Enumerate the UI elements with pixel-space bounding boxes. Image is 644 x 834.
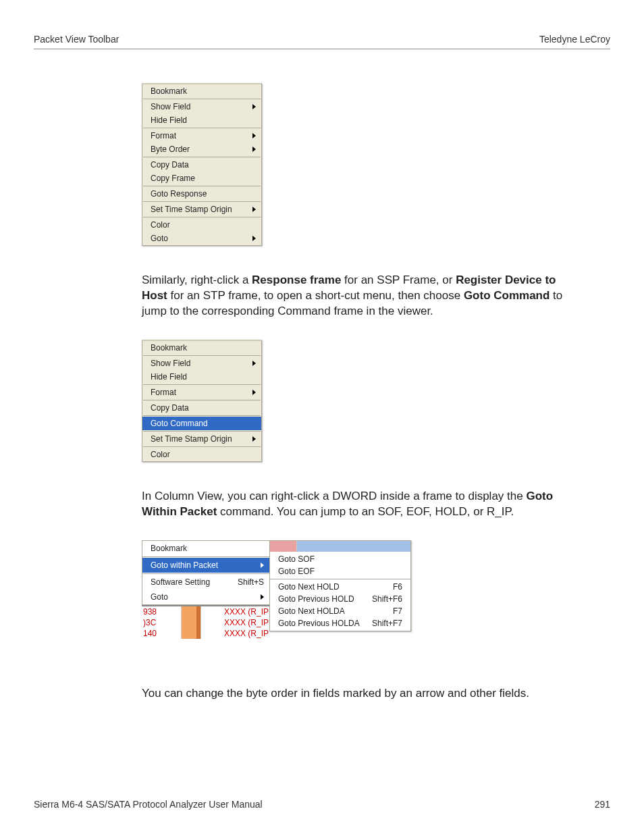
submenu-arrow-icon <box>261 594 264 600</box>
menu-separator <box>142 573 269 574</box>
menu-item-hide-field[interactable]: Hide Field <box>142 113 261 127</box>
data-row: 938XXXX (R_IP <box>142 606 270 617</box>
header-right: Teledyne LeCroy <box>539 34 610 45</box>
page-header: Packet View Toolbar Teledyne LeCroy <box>34 34 610 49</box>
data-cell-bar <box>181 628 201 639</box>
paragraph-3: You can change the byte order in fields … <box>142 686 583 702</box>
menu-item-set-timestamp[interactable]: Set Time Stamp Origin <box>142 203 261 216</box>
menu-separator <box>143 355 261 356</box>
menu-separator <box>270 579 410 579</box>
menu-separator <box>143 99 261 99</box>
submenu-arrow-icon <box>252 133 256 138</box>
menu-item-format[interactable]: Format <box>142 386 261 399</box>
submenu-arrow-icon <box>252 361 256 366</box>
context-menu-2: Bookmark Show Field Hide Field Format Co… <box>142 340 262 462</box>
menu-item-color[interactable]: Color <box>142 448 261 461</box>
menu-item-goto-response[interactable]: Goto Response <box>142 187 261 201</box>
submenu-arrow-icon <box>261 563 264 568</box>
submenu-item-prev-holda[interactable]: Goto Previous HOLDAShift+F7 <box>270 617 410 629</box>
menu-item-format[interactable]: Format <box>142 129 261 142</box>
menu-item-bookmark[interactable]: Bookmark <box>142 341 261 355</box>
footer-page-number: 291 <box>595 799 610 810</box>
menu-separator <box>143 415 261 416</box>
submenu-item-goto-eof[interactable]: Goto EOF <box>270 565 410 577</box>
shortcut-label: Shift+F7 <box>372 619 402 628</box>
data-cell-bar <box>181 617 201 628</box>
header-left: Packet View Toolbar <box>34 34 119 45</box>
data-cell-bar <box>181 606 201 617</box>
submenu-arrow-icon <box>252 207 256 212</box>
submenu-arrow-icon <box>252 104 256 109</box>
shortcut-label: F6 <box>393 582 402 592</box>
page-footer: Sierra M6-4 SAS/SATA Protocol Analyzer U… <box>34 799 610 810</box>
menu-item-copy-data[interactable]: Copy Data <box>142 158 261 172</box>
submenu-item-prev-hold[interactable]: Goto Previous HOLDShift+F6 <box>270 593 410 605</box>
menu-separator <box>143 201 261 202</box>
submenu-item-goto-sof[interactable]: Goto SOF <box>270 553 410 565</box>
data-row: 140XXXX (R_IP <box>142 628 270 639</box>
menu-item-set-timestamp[interactable]: Set Time Stamp Origin <box>142 432 261 446</box>
menu-separator <box>143 400 261 400</box>
context-menu-1: Bookmark Show Field Hide Field Format By… <box>142 83 262 246</box>
submenu-arrow-icon <box>252 436 256 442</box>
menu-item-software-setting[interactable]: Software SettingShift+S <box>142 575 269 590</box>
submenu-item-next-hold[interactable]: Goto Next HOLDF6 <box>270 581 410 593</box>
menu-separator <box>143 384 261 385</box>
footer-left: Sierra M6-4 SAS/SATA Protocol Analyzer U… <box>34 799 263 810</box>
menu-item-show-field[interactable]: Show Field <box>142 100 261 113</box>
context-menu-3: Bookmark Goto within Packet Software Set… <box>142 540 270 605</box>
context-menu-3-with-submenu: Bookmark Goto within Packet Software Set… <box>142 540 583 639</box>
paragraph-1: Similarly, right-click a Response frame … <box>142 273 583 319</box>
menu-item-byte-order[interactable]: Byte Order <box>142 142 261 156</box>
paragraph-2: In Column View, you can right-click a DW… <box>142 489 583 520</box>
menu-item-copy-frame[interactable]: Copy Frame <box>142 172 261 185</box>
submenu-arrow-icon <box>252 147 256 152</box>
menu-item-goto[interactable]: Goto <box>142 232 261 245</box>
submenu-arrow-icon <box>252 390 256 395</box>
shortcut-label: F7 <box>393 606 402 616</box>
submenu-item-next-holda[interactable]: Goto Next HOLDAF7 <box>270 605 410 617</box>
submenu-arrow-icon <box>252 236 256 241</box>
data-row: )3CXXXX (R_IP <box>142 617 270 628</box>
menu-separator <box>143 431 261 432</box>
goto-within-packet-submenu: Goto SOF Goto EOF Goto Next HOLDF6 Goto … <box>269 540 411 631</box>
menu-separator <box>143 128 261 128</box>
menu-item-show-field[interactable]: Show Field <box>142 357 261 370</box>
menu-item-goto-within-packet[interactable]: Goto within Packet <box>142 558 269 573</box>
menu-item-goto[interactable]: Goto <box>142 590 269 604</box>
menu-item-bookmark[interactable]: Bookmark <box>142 84 261 98</box>
submenu-header-bar <box>270 541 410 552</box>
packet-data-rows: 938XXXX (R_IP )3CXXXX (R_IP 140XXXX (R_I… <box>142 605 270 639</box>
menu-item-hide-field[interactable]: Hide Field <box>142 370 261 384</box>
menu-item-bookmark[interactable]: Bookmark <box>142 541 269 556</box>
menu-separator <box>143 186 261 186</box>
shortcut-label: Shift+F6 <box>372 594 402 604</box>
menu-item-copy-data[interactable]: Copy Data <box>142 401 261 415</box>
menu-item-color[interactable]: Color <box>142 218 261 232</box>
menu-item-goto-command[interactable]: Goto Command <box>142 417 261 430</box>
menu-separator <box>143 446 261 447</box>
menu-separator <box>143 157 261 157</box>
menu-separator <box>143 217 261 217</box>
menu-separator <box>142 556 269 557</box>
shortcut-label: Shift+S <box>238 577 264 587</box>
